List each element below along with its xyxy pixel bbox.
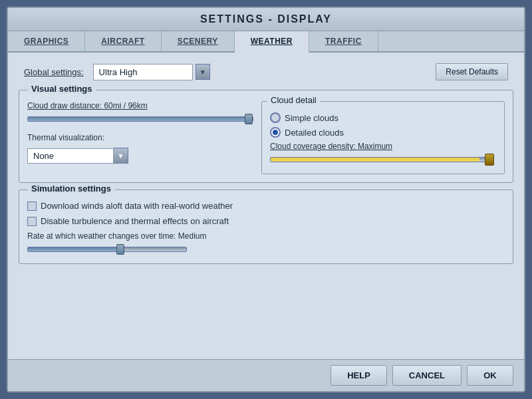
rate-container: Rate at which weather changes over time:… [27,231,505,255]
simple-clouds-label: Simple clouds [285,113,338,123]
cloud-density-thumb[interactable] [485,154,494,166]
global-settings-dropdown-arrow[interactable]: ▼ [196,64,210,80]
cloud-draw-fill [28,117,253,121]
global-settings-row: Global settings: Ultra High ▼ Reset Defa… [19,61,513,83]
visual-left: Cloud draw distance: 60mi / 96km Thermal… [27,101,253,174]
thermal-container: Thermal visualization: None ▼ [27,133,253,164]
help-button[interactable]: HELP [331,365,387,386]
cloud-draw-track [27,116,253,122]
main-content: Global settings: Ultra High ▼ Reset Defa… [8,53,524,359]
cloud-density-label: Cloud coverage density: Maximum [270,142,496,151]
tab-weather[interactable]: WEATHER [235,31,309,53]
checkbox2-label: Disable turbulence and thermal effects o… [41,216,229,226]
title-bar: SETTINGS - DISPLAY [8,8,524,31]
rate-track [27,247,187,252]
simulation-settings-section: Simulation settings Download winds aloft… [19,190,513,264]
thermal-dropdown[interactable]: None [27,148,114,164]
reset-defaults-button[interactable]: Reset Defaults [436,63,508,80]
tab-graphics[interactable]: GRAPHICS [8,31,85,51]
cloud-detail-label: Cloud detail [267,95,320,105]
window-title: SETTINGS - DISPLAY [200,13,332,25]
global-settings-dropdown[interactable]: Ultra High [93,64,193,80]
thermal-dropdown-row: None ▼ [27,148,253,164]
cloud-density-track [270,157,491,162]
rate-slider[interactable] [27,243,187,255]
global-settings-dropdown-container: Ultra High ▼ [93,64,210,80]
footer: HELP CANCEL OK [8,359,524,391]
global-settings-label: Global settings: [24,67,84,77]
simple-clouds-row[interactable]: Simple clouds [270,112,496,123]
thermal-dropdown-arrow[interactable]: ▼ [114,148,128,164]
rate-label: Rate at which weather changes over time:… [27,231,505,241]
rate-fill [28,247,120,251]
cloud-density-slider[interactable] [270,154,496,166]
detailed-clouds-radio-fill [273,130,278,135]
cloud-density-container: Cloud coverage density: Maximum [270,142,496,166]
cloud-draw-label: Cloud draw distance: 60mi / 96km [27,101,253,110]
checkbox2-row: Disable turbulence and thermal effects o… [27,216,505,226]
checkbox1-label: Download winds aloft data with real-worl… [41,201,233,211]
ok-button[interactable]: OK [467,365,513,386]
tab-traffic[interactable]: TRAFFIC [309,31,378,51]
simple-clouds-radio[interactable] [270,112,281,123]
settings-window: SETTINGS - DISPLAY GRAPHICS AIRCRAFT SCE… [7,7,525,392]
checkbox1-row: Download winds aloft data with real-worl… [27,201,505,211]
tab-scenery[interactable]: SCENERY [162,31,235,51]
cloud-draw-container: Cloud draw distance: 60mi / 96km [27,101,253,125]
cloud-draw-slider[interactable] [27,113,253,125]
thermal-label: Thermal visualization: [27,133,253,142]
visual-settings-section: Visual settings Cloud draw distance: 60m… [19,90,513,183]
cloud-density-fill [271,158,479,162]
cloud-draw-thumb[interactable] [245,114,253,124]
detailed-clouds-radio[interactable] [270,127,281,138]
checkbox1[interactable] [27,201,37,211]
rate-thumb[interactable] [116,244,124,255]
tab-aircraft[interactable]: AIRCRAFT [85,31,161,51]
cloud-detail-section: Cloud detail Simple clouds Detailed clou… [261,101,505,174]
detailed-clouds-label: Detailed clouds [285,128,344,138]
cancel-button[interactable]: CANCEL [392,365,462,386]
tab-bar: GRAPHICS AIRCRAFT SCENERY WEATHER TRAFFI… [8,31,524,53]
simulation-settings-label: Simulation settings [27,184,115,194]
visual-settings-label: Visual settings [27,84,96,94]
detailed-clouds-row[interactable]: Detailed clouds [270,127,496,138]
checkbox2[interactable] [27,217,37,226]
visual-settings-inner: Cloud draw distance: 60mi / 96km Thermal… [27,101,505,174]
